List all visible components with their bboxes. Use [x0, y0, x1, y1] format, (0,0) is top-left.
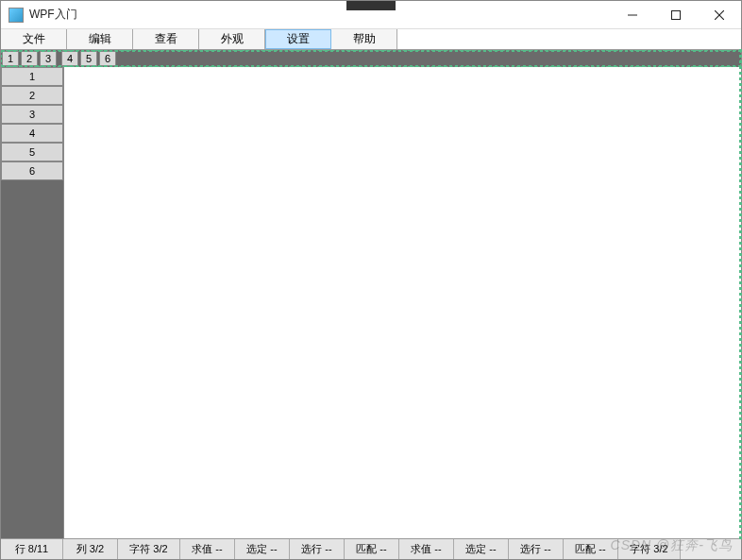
status-sel: 选定 --: [235, 539, 290, 559]
row-gutter: 1 2 3 4 5 6: [1, 67, 63, 538]
row-header-1[interactable]: 1: [1, 67, 63, 86]
drag-handle[interactable]: [346, 1, 396, 10]
statusbar: 行 8/11 列 3/2 字符 3/2 求值 -- 选定 -- 选行 -- 匹配…: [1, 538, 741, 559]
status-line: 行 8/11: [1, 539, 63, 559]
status-col: 列 3/2: [63, 539, 118, 559]
menu-edit[interactable]: 编辑: [67, 29, 133, 49]
status-selrow: 选行 --: [290, 539, 345, 559]
tool-btn-2[interactable]: 2: [21, 51, 38, 66]
close-button[interactable]: [698, 1, 741, 29]
content-area: 1 2 3 4 5 6: [1, 67, 741, 538]
status-match-2: 匹配 --: [564, 539, 618, 559]
row-header-2[interactable]: 2: [1, 86, 63, 105]
tool-btn-1[interactable]: 1: [2, 51, 19, 66]
status-sel-2: 选定 --: [454, 539, 509, 559]
tool-btn-6[interactable]: 6: [99, 51, 116, 66]
window-title: WPF入门: [29, 7, 77, 23]
row-header-3[interactable]: 3: [1, 105, 63, 124]
row-header-5[interactable]: 5: [1, 143, 63, 161]
menu-settings[interactable]: 设置: [265, 29, 331, 49]
row-header-6[interactable]: 6: [1, 161, 63, 180]
maximize-button[interactable]: [654, 1, 698, 29]
titlebar: WPF入门: [1, 1, 741, 29]
svg-rect-1: [672, 10, 681, 19]
row-header-4[interactable]: 4: [1, 124, 63, 143]
editor-canvas[interactable]: [63, 67, 741, 538]
status-char-2: 字符 3/2: [618, 539, 681, 559]
menu-appearance[interactable]: 外观: [199, 29, 265, 49]
menubar: 文件 编辑 查看 外观 设置 帮助: [1, 29, 741, 50]
tool-btn-4[interactable]: 4: [61, 51, 78, 66]
status-selrow-2: 选行 --: [509, 539, 564, 559]
menu-view[interactable]: 查看: [133, 29, 199, 49]
status-eval: 求值 --: [180, 539, 235, 559]
tool-btn-5[interactable]: 5: [80, 51, 97, 66]
status-eval-2: 求值 --: [399, 539, 454, 559]
status-char: 字符 3/2: [118, 539, 180, 559]
status-match: 匹配 --: [345, 539, 399, 559]
menu-file[interactable]: 文件: [1, 29, 67, 49]
tool-btn-3[interactable]: 3: [40, 51, 57, 66]
minimize-button[interactable]: [611, 1, 654, 29]
app-icon: [8, 8, 24, 23]
toolbar: 1 2 3 4 5 6: [1, 50, 741, 67]
menu-help[interactable]: 帮助: [331, 29, 397, 49]
